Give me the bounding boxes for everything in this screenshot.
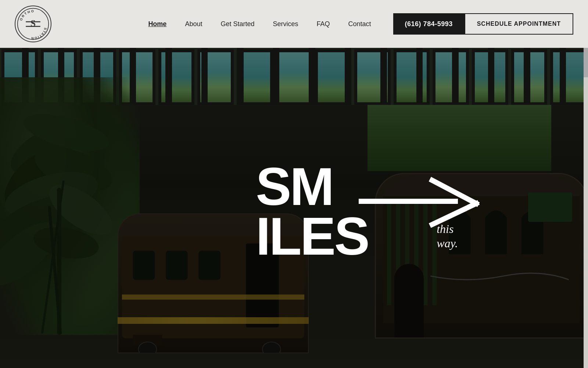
- nav-get-started[interactable]: Get Started: [220, 20, 254, 28]
- tagline-line1: this: [437, 222, 453, 236]
- nav-faq[interactable]: FAQ: [317, 20, 330, 28]
- svg-rect-4: [26, 21, 40, 22]
- scrollbar[interactable]: [584, 48, 588, 368]
- hero-section: SM ILES this way.: [0, 48, 588, 368]
- schedule-button[interactable]: SCHEDULE APPOINTMENT: [465, 13, 573, 35]
- phone-button[interactable]: (616) 784-5993: [393, 13, 465, 35]
- headline-iles: ILES: [256, 210, 368, 263]
- nav-about[interactable]: About: [185, 20, 202, 28]
- logo[interactable]: ORTHO STATION S: [15, 6, 51, 42]
- tagline-line2: way.: [437, 237, 458, 250]
- hero-text: SM ILES this way.: [256, 160, 447, 256]
- nav-contact[interactable]: Contact: [348, 20, 371, 28]
- headline-sm: SM: [256, 160, 333, 213]
- tagline: this way.: [437, 222, 458, 250]
- arrow-graphic: [359, 164, 484, 248]
- header-buttons: (616) 784-5993 SCHEDULE APPOINTMENT: [393, 13, 573, 35]
- svg-rect-5: [26, 26, 40, 27]
- nav-services[interactable]: Services: [273, 20, 298, 28]
- scrollbar-thumb[interactable]: [584, 48, 588, 77]
- nav-home[interactable]: Home: [148, 20, 166, 28]
- logo-area: ORTHO STATION S: [15, 6, 51, 42]
- header: ORTHO STATION S Home About Get Started S…: [0, 0, 588, 48]
- main-nav: Home About Get Started Services FAQ Cont…: [148, 20, 371, 28]
- smiles-graphic: SM ILES this way.: [256, 160, 447, 256]
- svg-text:S: S: [31, 18, 36, 28]
- svg-line-37: [432, 204, 476, 224]
- svg-rect-35: [359, 199, 458, 204]
